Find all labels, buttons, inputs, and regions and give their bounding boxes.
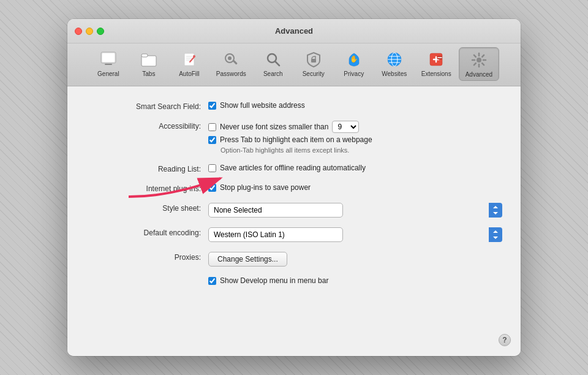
general-icon xyxy=(99,50,118,69)
advanced-label: Advanced xyxy=(466,71,492,78)
traffic-lights xyxy=(75,28,104,35)
toolbar-item-autofill[interactable]: AutoFill xyxy=(170,47,209,81)
default-encoding-label: Default encoding: xyxy=(86,227,208,237)
reading-list-label: Reading List: xyxy=(86,164,208,173)
privacy-label: Privacy xyxy=(344,70,364,77)
never-use-font-checkbox[interactable] xyxy=(208,123,216,131)
minimize-button[interactable] xyxy=(86,28,93,35)
autofill-icon xyxy=(179,50,199,69)
show-full-address-checkbox[interactable] xyxy=(208,102,216,110)
svg-line-31 xyxy=(474,55,476,57)
proxies-label: Proxies: xyxy=(86,252,208,262)
svg-rect-2 xyxy=(102,53,115,63)
style-sheet-row: Style sheet: None Selected xyxy=(86,203,502,218)
press-tab-subtext: Option-Tab highlights all items except l… xyxy=(221,146,502,154)
default-encoding-row: Default encoding: Western (ISO Latin 1) … xyxy=(86,227,502,242)
svg-point-26 xyxy=(477,58,481,63)
svg-line-16 xyxy=(275,61,279,66)
websites-icon xyxy=(385,50,404,69)
save-articles-row: Save articles for offline reading automa… xyxy=(208,164,502,172)
show-develop-menu-label: Show Develop menu in menu bar xyxy=(220,276,328,285)
privacy-icon: ✋ xyxy=(344,50,364,69)
proxies-row: Proxies: Change Settings... xyxy=(86,252,502,267)
help-button[interactable]: ? xyxy=(499,334,511,346)
smart-search-label: Smart Search Field: xyxy=(86,101,208,111)
accessibility-label: Accessibility: xyxy=(86,121,208,131)
show-full-address-label: Show full website address xyxy=(220,101,305,110)
save-articles-checkbox[interactable] xyxy=(208,164,216,172)
stop-plugins-checkbox[interactable] xyxy=(208,184,216,192)
close-button[interactable] xyxy=(75,28,82,35)
style-sheet-arrow xyxy=(489,203,502,218)
content-area: Smart Search Field: Show full website ad… xyxy=(67,86,521,356)
internet-plugins-label: Internet plug-ins: xyxy=(86,183,208,193)
passwords-label: Passwords xyxy=(216,70,246,77)
websites-label: Websites xyxy=(382,70,407,77)
show-full-address-row: Show full website address xyxy=(208,101,502,110)
general-label: General xyxy=(97,70,119,77)
titlebar: Advanced xyxy=(67,19,521,44)
svg-line-33 xyxy=(482,55,484,57)
extensions-label: Extensions xyxy=(421,70,451,77)
tabs-label: Tabs xyxy=(142,70,155,77)
stop-plugins-row: Stop plug-ins to save power xyxy=(208,183,502,192)
svg-rect-13 xyxy=(233,60,238,65)
font-size-select[interactable]: 9101112 14161824 xyxy=(332,121,359,133)
never-use-font-row: Never use font sizes smaller than 910111… xyxy=(208,121,502,133)
toolbar-item-tabs[interactable]: Tabs xyxy=(129,47,168,81)
svg-rect-17 xyxy=(311,59,316,63)
save-articles-label: Save articles for offline reading automa… xyxy=(220,164,366,172)
toolbar-item-privacy[interactable]: ✋ Privacy xyxy=(334,47,374,81)
develop-menu-controls: Show Develop menu in menu bar xyxy=(208,276,502,285)
proxies-controls: Change Settings... xyxy=(208,252,502,267)
accessibility-row: Accessibility: Never use font sizes smal… xyxy=(86,121,502,154)
reading-list-row: Reading List: Save articles for offline … xyxy=(86,164,502,173)
passwords-icon xyxy=(221,50,241,69)
toolbar-item-extensions[interactable]: Extensions xyxy=(415,47,458,81)
search-label: Search xyxy=(263,70,283,77)
develop-menu-spacer xyxy=(86,276,208,278)
proxies-button-row: Change Settings... xyxy=(208,252,502,267)
toolbar-item-security[interactable]: Security xyxy=(294,47,333,81)
maximize-button[interactable] xyxy=(97,28,104,35)
toolbar-item-general[interactable]: General xyxy=(89,47,128,81)
advanced-icon xyxy=(469,50,489,70)
window-title: Advanced xyxy=(275,26,313,36)
stop-plugins-label: Stop plug-ins to save power xyxy=(220,183,311,192)
security-icon xyxy=(304,50,323,69)
change-settings-button[interactable]: Change Settings... xyxy=(208,252,287,267)
style-sheet-select[interactable]: None Selected xyxy=(208,203,343,218)
svg-rect-6 xyxy=(141,54,148,57)
toolbar-item-passwords[interactable]: Passwords xyxy=(210,47,252,81)
extensions-icon xyxy=(426,50,446,69)
never-use-font-label: Never use font sizes smaller than xyxy=(220,123,328,131)
toolbar: General Tabs A xyxy=(67,44,521,86)
default-encoding-dropdown-wrapper: Western (ISO Latin 1) Unicode (UTF-8) xyxy=(208,227,502,242)
svg-point-11 xyxy=(193,55,195,58)
security-label: Security xyxy=(303,70,325,77)
toolbar-item-websites[interactable]: Websites xyxy=(375,47,414,81)
main-window: Advanced General Tab xyxy=(67,19,521,356)
develop-menu-row: Show Develop menu in menu bar xyxy=(86,276,502,285)
accessibility-controls: Never use font sizes smaller than 910111… xyxy=(208,121,502,154)
default-encoding-arrow xyxy=(489,227,502,242)
internet-plugins-row: Internet plug-ins: Stop plug-ins to save… xyxy=(86,183,502,193)
press-tab-label: Press Tab to highlight each item on a we… xyxy=(220,135,372,144)
show-develop-menu-checkbox[interactable] xyxy=(208,277,216,285)
default-encoding-select[interactable]: Western (ISO Latin 1) Unicode (UTF-8) xyxy=(208,227,343,242)
svg-line-32 xyxy=(482,63,484,65)
svg-point-14 xyxy=(228,56,232,60)
press-tab-row: Press Tab to highlight each item on a we… xyxy=(208,135,502,144)
svg-text:✋: ✋ xyxy=(350,55,358,63)
style-sheet-dropdown-wrapper: None Selected xyxy=(208,203,502,218)
press-tab-checkbox[interactable] xyxy=(208,136,216,144)
svg-line-34 xyxy=(474,63,476,65)
reading-list-controls: Save articles for offline reading automa… xyxy=(208,164,502,172)
search-icon xyxy=(263,50,283,69)
develop-menu-checkbox-row: Show Develop menu in menu bar xyxy=(208,276,502,285)
svg-rect-5 xyxy=(141,56,156,66)
internet-plugins-controls: Stop plug-ins to save power xyxy=(208,183,502,192)
toolbar-item-search[interactable]: Search xyxy=(254,47,293,81)
toolbar-item-advanced[interactable]: Advanced xyxy=(459,47,499,81)
style-sheet-label: Style sheet: xyxy=(86,203,208,213)
